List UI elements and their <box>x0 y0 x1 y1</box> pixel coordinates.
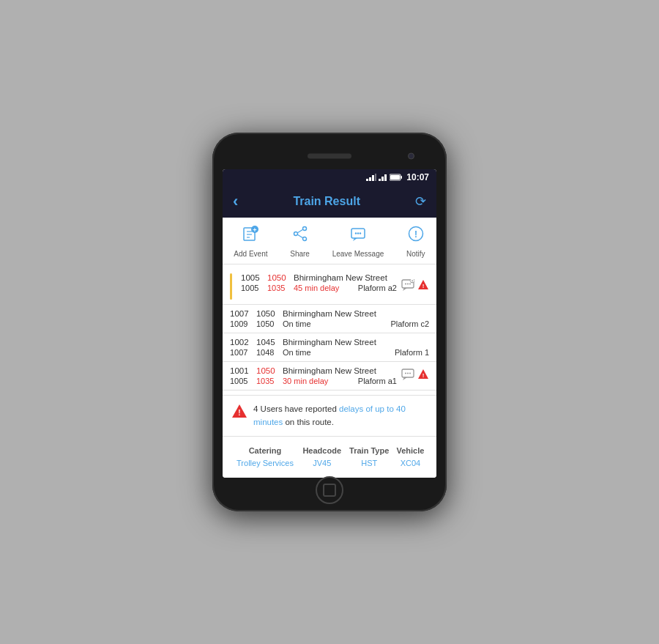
page-title: Train Result <box>293 195 360 208</box>
train-group-3[interactable]: 1002 1045 Bhirmingham New Street 1007 10… <box>223 333 436 362</box>
message-icon-1: 2 <box>401 279 414 294</box>
arr-time-4a: 1050 <box>256 366 278 375</box>
arr-time-3b: 1048 <box>256 348 278 357</box>
info-table: Catering Headcode Train Type Vehicle Tro… <box>223 436 436 478</box>
arr-time-2b: 1050 <box>256 319 278 328</box>
phone-bottom-bar <box>223 482 436 498</box>
cell-traintype: HST <box>346 457 393 469</box>
arr-time-1b: 1035 <box>267 284 289 292</box>
refresh-button[interactable]: ⟳ <box>415 193 426 210</box>
arr-time-2a: 1050 <box>256 309 278 318</box>
home-button-inner <box>323 484 336 497</box>
add-event-icon: + <box>242 225 259 247</box>
message-icon-4 <box>401 369 414 383</box>
phone-device: 10:07 ‹ Train Result ⟳ + <box>212 133 447 511</box>
svg-rect-5 <box>381 177 384 181</box>
dep-time-2a: 1007 <box>230 309 252 318</box>
svg-point-38 <box>405 373 406 374</box>
svg-text:2: 2 <box>412 279 414 284</box>
svg-rect-6 <box>384 174 387 181</box>
alert-text-after: on this route. <box>283 418 334 426</box>
battery-icon <box>390 174 403 181</box>
phone-top-bar <box>223 146 436 166</box>
svg-text:+: + <box>253 226 257 234</box>
status-time: 10:07 <box>406 172 429 182</box>
signal-icon <box>366 174 376 181</box>
svg-point-17 <box>294 232 297 236</box>
yellow-bar-1 <box>230 273 232 300</box>
svg-rect-9 <box>390 175 400 179</box>
warning-icon-1: ! <box>417 279 429 294</box>
col-vehicle-header: Vehicle <box>393 444 428 457</box>
svg-point-22 <box>355 233 357 234</box>
arr-time-4b: 1035 <box>256 377 278 385</box>
add-event-button[interactable]: + Add Event <box>234 225 267 258</box>
app-header: ‹ Train Result ⟳ <box>223 185 436 218</box>
home-button[interactable] <box>316 476 343 504</box>
leave-message-label: Leave Message <box>332 250 384 258</box>
destination-3: Bhirmingham New Street <box>283 338 429 347</box>
svg-text:!: ! <box>422 372 425 379</box>
alert-banner: ! 4 Users have reported delays of up to … <box>223 395 436 436</box>
dep-time-4b: 1005 <box>230 377 252 385</box>
svg-point-16 <box>302 227 306 231</box>
status-text-3: On time <box>283 348 311 357</box>
col-catering-header: Catering <box>231 444 299 457</box>
share-label: Share <box>290 250 310 258</box>
add-event-label: Add Event <box>234 250 267 258</box>
status-text-2: On time <box>283 319 311 328</box>
destination-2: Bhirmingham New Street <box>283 309 429 318</box>
svg-rect-8 <box>401 176 402 179</box>
svg-line-19 <box>297 229 302 233</box>
svg-point-31 <box>409 284 411 285</box>
cell-vehicle: XC04 <box>393 457 428 469</box>
phone-speaker <box>308 154 351 159</box>
dep-time-2b: 1009 <box>230 319 252 328</box>
svg-point-23 <box>357 233 359 234</box>
leave-message-button[interactable]: Leave Message <box>332 225 384 258</box>
toolbar: + Add Event Share <box>223 218 436 264</box>
alert-warning-icon: ! <box>231 404 247 422</box>
phone-camera <box>408 153 414 160</box>
svg-rect-2 <box>372 175 374 181</box>
phone-screen: 10:07 ‹ Train Result ⟳ + <box>223 169 436 478</box>
svg-text:!: ! <box>422 283 425 289</box>
dep-time-4a: 1001 <box>230 366 252 375</box>
col-headcode-header: Headcode <box>299 444 346 457</box>
svg-point-40 <box>409 373 411 374</box>
svg-rect-1 <box>369 177 371 181</box>
destination-4: Bhirmingham New Street <box>283 366 397 375</box>
share-button[interactable]: Share <box>290 225 310 258</box>
train-group-2[interactable]: 1007 1050 Bhirmingham New Street 1009 10… <box>223 305 436 333</box>
arr-time-1a: 1050 <box>267 273 289 282</box>
dep-time-1b: 1005 <box>241 284 263 292</box>
train-group-4[interactable]: 1001 1050 Bhirmingham New Street 1005 10… <box>223 362 436 391</box>
warning-icon-4: ! <box>417 369 429 383</box>
svg-point-29 <box>405 284 406 285</box>
leave-message-icon <box>349 225 367 247</box>
platform-3: Plaform 1 <box>395 348 429 357</box>
cell-headcode: JV45 <box>299 457 346 469</box>
status-bar: 10:07 <box>223 169 436 185</box>
platform-4: Plaform a1 <box>358 377 397 385</box>
train-list: 1005 1050 Bhirmingham New Street 1005 10… <box>223 264 436 395</box>
notify-button[interactable]: ! Notify <box>406 225 425 258</box>
svg-point-24 <box>360 233 361 234</box>
alert-text-before: Users have reported <box>258 404 339 413</box>
platform-1: Plaform a2 <box>358 284 397 292</box>
back-button[interactable]: ‹ <box>233 192 238 211</box>
train-group-1[interactable]: 1005 1050 Bhirmingham New Street 1005 10… <box>223 269 436 305</box>
svg-point-18 <box>302 237 306 241</box>
svg-text:!: ! <box>414 229 417 240</box>
svg-point-39 <box>407 373 409 374</box>
dep-time-3b: 1007 <box>230 348 252 357</box>
alert-text: 4 Users have reported delays of up to 40… <box>253 403 428 429</box>
svg-point-30 <box>407 284 409 285</box>
share-icon <box>291 225 309 247</box>
wifi-icon <box>379 174 387 181</box>
svg-line-20 <box>297 234 302 238</box>
delay-text-4: 30 min delay <box>283 377 328 385</box>
status-icons <box>366 174 403 181</box>
notify-icon: ! <box>407 225 425 247</box>
arr-time-3a: 1045 <box>256 338 278 347</box>
